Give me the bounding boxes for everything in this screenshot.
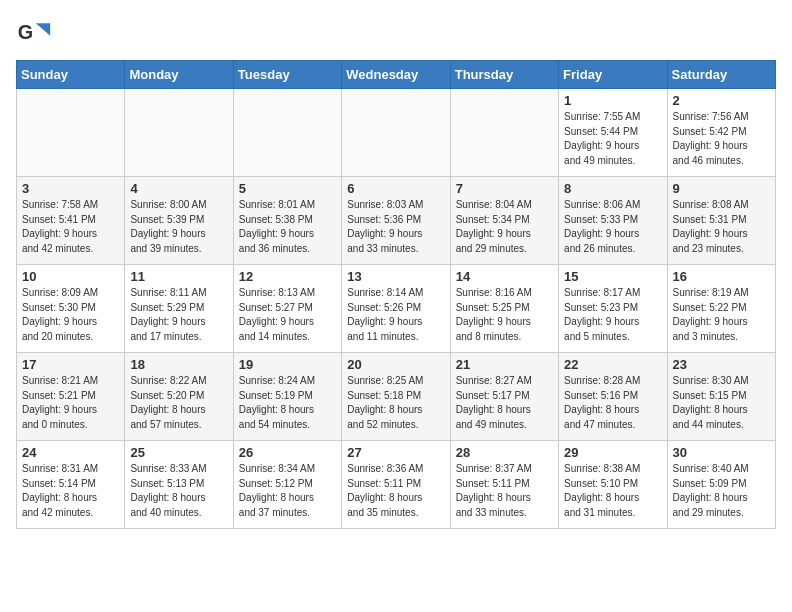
day-info: Sunrise: 8:13 AM Sunset: 5:27 PM Dayligh… — [239, 286, 336, 344]
calendar-cell: 5Sunrise: 8:01 AM Sunset: 5:38 PM Daylig… — [233, 177, 341, 265]
weekday-header: Wednesday — [342, 61, 450, 89]
calendar-cell: 14Sunrise: 8:16 AM Sunset: 5:25 PM Dayli… — [450, 265, 558, 353]
weekday-header: Friday — [559, 61, 667, 89]
calendar-header: SundayMondayTuesdayWednesdayThursdayFrid… — [17, 61, 776, 89]
day-number: 9 — [673, 181, 770, 196]
calendar-cell: 27Sunrise: 8:36 AM Sunset: 5:11 PM Dayli… — [342, 441, 450, 529]
day-info: Sunrise: 8:38 AM Sunset: 5:10 PM Dayligh… — [564, 462, 661, 520]
day-info: Sunrise: 8:25 AM Sunset: 5:18 PM Dayligh… — [347, 374, 444, 432]
calendar-cell: 12Sunrise: 8:13 AM Sunset: 5:27 PM Dayli… — [233, 265, 341, 353]
day-number: 21 — [456, 357, 553, 372]
calendar-cell: 4Sunrise: 8:00 AM Sunset: 5:39 PM Daylig… — [125, 177, 233, 265]
day-info: Sunrise: 8:34 AM Sunset: 5:12 PM Dayligh… — [239, 462, 336, 520]
calendar-cell — [450, 89, 558, 177]
calendar-cell: 11Sunrise: 8:11 AM Sunset: 5:29 PM Dayli… — [125, 265, 233, 353]
day-info: Sunrise: 7:55 AM Sunset: 5:44 PM Dayligh… — [564, 110, 661, 168]
day-info: Sunrise: 8:37 AM Sunset: 5:11 PM Dayligh… — [456, 462, 553, 520]
day-number: 8 — [564, 181, 661, 196]
day-info: Sunrise: 8:11 AM Sunset: 5:29 PM Dayligh… — [130, 286, 227, 344]
calendar-cell — [17, 89, 125, 177]
calendar-cell: 18Sunrise: 8:22 AM Sunset: 5:20 PM Dayli… — [125, 353, 233, 441]
calendar-cell: 7Sunrise: 8:04 AM Sunset: 5:34 PM Daylig… — [450, 177, 558, 265]
day-number: 5 — [239, 181, 336, 196]
day-number: 14 — [456, 269, 553, 284]
day-info: Sunrise: 8:00 AM Sunset: 5:39 PM Dayligh… — [130, 198, 227, 256]
logo: G — [16, 16, 56, 52]
day-number: 20 — [347, 357, 444, 372]
day-number: 25 — [130, 445, 227, 460]
calendar-cell: 2Sunrise: 7:56 AM Sunset: 5:42 PM Daylig… — [667, 89, 775, 177]
day-info: Sunrise: 8:28 AM Sunset: 5:16 PM Dayligh… — [564, 374, 661, 432]
day-info: Sunrise: 8:01 AM Sunset: 5:38 PM Dayligh… — [239, 198, 336, 256]
day-info: Sunrise: 8:22 AM Sunset: 5:20 PM Dayligh… — [130, 374, 227, 432]
calendar-cell: 29Sunrise: 8:38 AM Sunset: 5:10 PM Dayli… — [559, 441, 667, 529]
day-info: Sunrise: 8:17 AM Sunset: 5:23 PM Dayligh… — [564, 286, 661, 344]
day-number: 15 — [564, 269, 661, 284]
day-number: 16 — [673, 269, 770, 284]
day-info: Sunrise: 8:27 AM Sunset: 5:17 PM Dayligh… — [456, 374, 553, 432]
day-number: 12 — [239, 269, 336, 284]
calendar-cell: 8Sunrise: 8:06 AM Sunset: 5:33 PM Daylig… — [559, 177, 667, 265]
calendar-cell: 26Sunrise: 8:34 AM Sunset: 5:12 PM Dayli… — [233, 441, 341, 529]
day-number: 24 — [22, 445, 119, 460]
day-number: 26 — [239, 445, 336, 460]
day-number: 22 — [564, 357, 661, 372]
svg-text:G: G — [18, 21, 33, 43]
calendar-cell: 19Sunrise: 8:24 AM Sunset: 5:19 PM Dayli… — [233, 353, 341, 441]
day-number: 4 — [130, 181, 227, 196]
calendar-cell: 24Sunrise: 8:31 AM Sunset: 5:14 PM Dayli… — [17, 441, 125, 529]
calendar-cell: 6Sunrise: 8:03 AM Sunset: 5:36 PM Daylig… — [342, 177, 450, 265]
calendar-cell: 9Sunrise: 8:08 AM Sunset: 5:31 PM Daylig… — [667, 177, 775, 265]
day-info: Sunrise: 8:30 AM Sunset: 5:15 PM Dayligh… — [673, 374, 770, 432]
day-info: Sunrise: 8:21 AM Sunset: 5:21 PM Dayligh… — [22, 374, 119, 432]
day-info: Sunrise: 8:03 AM Sunset: 5:36 PM Dayligh… — [347, 198, 444, 256]
calendar-cell: 16Sunrise: 8:19 AM Sunset: 5:22 PM Dayli… — [667, 265, 775, 353]
day-number: 2 — [673, 93, 770, 108]
day-info: Sunrise: 7:56 AM Sunset: 5:42 PM Dayligh… — [673, 110, 770, 168]
calendar-cell: 3Sunrise: 7:58 AM Sunset: 5:41 PM Daylig… — [17, 177, 125, 265]
day-info: Sunrise: 8:14 AM Sunset: 5:26 PM Dayligh… — [347, 286, 444, 344]
day-number: 6 — [347, 181, 444, 196]
day-number: 23 — [673, 357, 770, 372]
day-number: 3 — [22, 181, 119, 196]
day-info: Sunrise: 8:04 AM Sunset: 5:34 PM Dayligh… — [456, 198, 553, 256]
day-number: 1 — [564, 93, 661, 108]
weekday-header: Monday — [125, 61, 233, 89]
day-info: Sunrise: 8:16 AM Sunset: 5:25 PM Dayligh… — [456, 286, 553, 344]
calendar-cell — [342, 89, 450, 177]
day-number: 30 — [673, 445, 770, 460]
day-info: Sunrise: 8:36 AM Sunset: 5:11 PM Dayligh… — [347, 462, 444, 520]
day-number: 7 — [456, 181, 553, 196]
calendar-cell — [125, 89, 233, 177]
calendar-cell: 21Sunrise: 8:27 AM Sunset: 5:17 PM Dayli… — [450, 353, 558, 441]
day-number: 11 — [130, 269, 227, 284]
day-number: 19 — [239, 357, 336, 372]
calendar-cell: 17Sunrise: 8:21 AM Sunset: 5:21 PM Dayli… — [17, 353, 125, 441]
calendar-cell: 10Sunrise: 8:09 AM Sunset: 5:30 PM Dayli… — [17, 265, 125, 353]
day-info: Sunrise: 8:08 AM Sunset: 5:31 PM Dayligh… — [673, 198, 770, 256]
logo-icon: G — [16, 16, 52, 52]
calendar-cell: 13Sunrise: 8:14 AM Sunset: 5:26 PM Dayli… — [342, 265, 450, 353]
day-info: Sunrise: 7:58 AM Sunset: 5:41 PM Dayligh… — [22, 198, 119, 256]
calendar-cell: 23Sunrise: 8:30 AM Sunset: 5:15 PM Dayli… — [667, 353, 775, 441]
calendar-cell: 22Sunrise: 8:28 AM Sunset: 5:16 PM Dayli… — [559, 353, 667, 441]
calendar-table: SundayMondayTuesdayWednesdayThursdayFrid… — [16, 60, 776, 529]
day-number: 18 — [130, 357, 227, 372]
page-header: G — [16, 16, 776, 52]
weekday-header: Sunday — [17, 61, 125, 89]
day-info: Sunrise: 8:33 AM Sunset: 5:13 PM Dayligh… — [130, 462, 227, 520]
day-number: 13 — [347, 269, 444, 284]
day-number: 29 — [564, 445, 661, 460]
calendar-cell — [233, 89, 341, 177]
weekday-header: Tuesday — [233, 61, 341, 89]
calendar-cell: 20Sunrise: 8:25 AM Sunset: 5:18 PM Dayli… — [342, 353, 450, 441]
day-number: 27 — [347, 445, 444, 460]
day-info: Sunrise: 8:06 AM Sunset: 5:33 PM Dayligh… — [564, 198, 661, 256]
calendar-cell: 1Sunrise: 7:55 AM Sunset: 5:44 PM Daylig… — [559, 89, 667, 177]
day-info: Sunrise: 8:09 AM Sunset: 5:30 PM Dayligh… — [22, 286, 119, 344]
day-number: 17 — [22, 357, 119, 372]
day-number: 28 — [456, 445, 553, 460]
day-info: Sunrise: 8:24 AM Sunset: 5:19 PM Dayligh… — [239, 374, 336, 432]
day-info: Sunrise: 8:40 AM Sunset: 5:09 PM Dayligh… — [673, 462, 770, 520]
calendar-cell: 30Sunrise: 8:40 AM Sunset: 5:09 PM Dayli… — [667, 441, 775, 529]
